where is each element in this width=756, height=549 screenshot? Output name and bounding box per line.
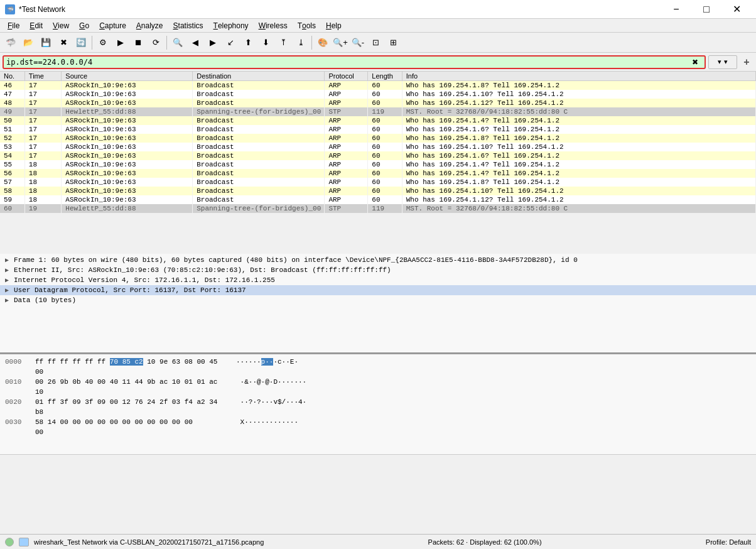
packet-no: 58 bbox=[0, 187, 24, 195]
close-file-button[interactable]: ✖ bbox=[55, 35, 72, 51]
packet-len: 60 bbox=[368, 90, 402, 99]
packet-src: ASRockIn_10:9e:63 bbox=[62, 90, 193, 99]
menu-go[interactable]: Go bbox=[74, 19, 94, 33]
table-row[interactable]: 5217ASRockIn_10:9e:63BroadcastARP60Who h… bbox=[0, 134, 756, 143]
col-header-time[interactable]: Time bbox=[24, 72, 62, 81]
detail-row-data[interactable]: ▶ Data (10 bytes) bbox=[0, 295, 756, 305]
find-button[interactable]: 🔍 bbox=[170, 35, 186, 51]
packet-info: Who has 169.254.1.4? Tell 169.254.1.2 bbox=[402, 160, 755, 169]
expand-arrow-ethernet: ▶ bbox=[5, 266, 11, 274]
col-header-destination[interactable]: Destination bbox=[193, 72, 325, 81]
first-packet-button[interactable]: ⤒ bbox=[275, 35, 291, 51]
col-header-no[interactable]: No. bbox=[0, 72, 24, 81]
menu-statistics[interactable]: Statistics bbox=[168, 19, 208, 33]
menu-telephony[interactable]: Telephony bbox=[208, 19, 254, 33]
status-left: wireshark_Test Network via C-USBLAN_2020… bbox=[5, 538, 264, 546]
table-row[interactable]: 5718ASRockIn_10:9e:63BroadcastARP60Who h… bbox=[0, 178, 756, 187]
next-packet-button[interactable]: ⬇ bbox=[257, 35, 274, 51]
filter-dropdown-button[interactable]: ▾ ▾ bbox=[708, 55, 737, 69]
table-row[interactable]: 5017ASRockIn_10:9e:63BroadcastARP60Who h… bbox=[0, 116, 756, 125]
packet-time: 18 bbox=[24, 178, 62, 187]
menu-edit[interactable]: Edit bbox=[24, 19, 48, 33]
colorize-button[interactable]: 🎨 bbox=[315, 35, 331, 51]
resize-columns-button[interactable]: ⊞ bbox=[385, 35, 401, 51]
packet-len: 60 bbox=[368, 195, 402, 204]
status-packets: Packets: 62 · Displayed: 62 (100.0%) bbox=[428, 538, 542, 546]
table-row[interactable]: 5818ASRockIn_10:9e:63BroadcastARP60Who h… bbox=[0, 187, 756, 195]
capture-options-button[interactable]: ⚙ bbox=[95, 35, 111, 51]
table-row[interactable]: 4717ASRockIn_10:9e:63BroadcastARP60Who h… bbox=[0, 90, 756, 99]
menu-help[interactable]: Help bbox=[321, 19, 347, 33]
restart-capture-button[interactable]: ⟳ bbox=[148, 35, 164, 51]
reload-button[interactable]: 🔄 bbox=[73, 35, 89, 51]
hex-bytes-0030: 58 14 00 00 00 00 00 00 00 00 00 00 00 0… bbox=[35, 417, 236, 437]
table-row[interactable]: 5518ASRockIn_10:9e:63BroadcastARP60Who h… bbox=[0, 160, 756, 169]
detail-row-ethernet[interactable]: ▶ Ethernet II, Src: ASRockIn_10:9e:63 (7… bbox=[0, 265, 756, 275]
detail-row-ip[interactable]: ▶ Internet Protocol Version 4, Src: 172.… bbox=[0, 275, 756, 285]
menu-file[interactable]: File bbox=[3, 19, 24, 33]
table-row[interactable]: 5317ASRockIn_10:9e:63BroadcastARP60Who h… bbox=[0, 143, 756, 151]
hex-offset-0020: 0020 bbox=[5, 397, 35, 417]
title-bar-controls: − □ ✕ bbox=[662, 0, 751, 19]
close-button[interactable]: ✕ bbox=[722, 0, 751, 19]
table-row[interactable]: 6019HewlettP_55:dd:88Spanning-tree-(for-… bbox=[0, 204, 756, 213]
table-row[interactable]: 5618ASRockIn_10:9e:63BroadcastARP60Who h… bbox=[0, 169, 756, 178]
minimize-button[interactable]: − bbox=[662, 0, 691, 19]
packet-proto: ARP bbox=[325, 143, 368, 151]
menu-tools[interactable]: Tools bbox=[293, 19, 321, 33]
filter-clear-button[interactable]: ✖ bbox=[688, 55, 702, 69]
title-bar: 🦈 *Test Network − □ ✕ bbox=[0, 0, 756, 19]
packet-src: ASRockIn_10:9e:63 bbox=[62, 116, 193, 125]
expand-arrow-udp: ▶ bbox=[5, 286, 11, 294]
menu-analyze[interactable]: Analyze bbox=[131, 19, 168, 33]
col-header-info[interactable]: Info bbox=[402, 72, 755, 81]
packet-list-scroll[interactable]: No. Time Source Destination Protocol Len… bbox=[0, 72, 756, 254]
zoom-out-button[interactable]: 🔍- bbox=[350, 35, 366, 51]
prev-packet-button[interactable]: ⬆ bbox=[240, 35, 256, 51]
packet-dst: Spanning-tree-(for-bridges)_00 bbox=[193, 204, 325, 213]
col-header-length[interactable]: Length bbox=[368, 72, 402, 81]
packet-no: 53 bbox=[0, 143, 24, 151]
table-row[interactable]: 5117ASRockIn_10:9e:63BroadcastARP60Who h… bbox=[0, 125, 756, 134]
detail-row-frame[interactable]: ▶ Frame 1: 60 bytes on wire (480 bits), … bbox=[0, 255, 756, 265]
packet-proto: STP bbox=[325, 204, 368, 213]
open-button[interactable]: 📂 bbox=[20, 35, 36, 51]
expand-arrow-data: ▶ bbox=[5, 296, 11, 304]
start-capture-button[interactable]: ▶ bbox=[112, 35, 129, 51]
packet-no: 57 bbox=[0, 178, 24, 187]
packet-info: Who has 169.254.1.10? Tell 169.254.1.2 bbox=[402, 187, 755, 195]
packet-proto: ARP bbox=[325, 160, 368, 169]
table-row[interactable]: 5918ASRockIn_10:9e:63BroadcastARP60Who h… bbox=[0, 195, 756, 204]
save-button[interactable]: 💾 bbox=[38, 35, 54, 51]
goto-button[interactable]: ↙ bbox=[222, 35, 239, 51]
expand-arrow-frame: ▶ bbox=[5, 256, 11, 264]
packet-tbody: 4617ASRockIn_10:9e:63BroadcastARP60Who h… bbox=[0, 81, 756, 214]
table-row[interactable]: 4617ASRockIn_10:9e:63BroadcastARP60Who h… bbox=[0, 81, 756, 90]
menu-view[interactable]: View bbox=[48, 19, 74, 33]
detail-row-udp[interactable]: ▶ User Datagram Protocol, Src Port: 1613… bbox=[0, 285, 756, 295]
table-row[interactable]: 4817ASRockIn_10:9e:63BroadcastARP60Who h… bbox=[0, 99, 756, 107]
filter-input[interactable] bbox=[6, 58, 688, 67]
packet-time: 17 bbox=[24, 151, 62, 160]
back-button[interactable]: ◀ bbox=[187, 35, 203, 51]
new-capture-button[interactable]: 🦈 bbox=[3, 35, 19, 51]
title-bar-left: 🦈 *Test Network bbox=[5, 4, 65, 14]
zoom-in-button[interactable]: 🔍+ bbox=[332, 35, 348, 51]
col-header-protocol[interactable]: Protocol bbox=[325, 72, 368, 81]
filter-add-button[interactable]: + bbox=[740, 55, 753, 69]
col-header-source[interactable]: Source bbox=[62, 72, 193, 81]
toolbar: 🦈 📂 💾 ✖ 🔄 ⚙ ▶ ⏹ ⟳ 🔍 ◀ ▶ ↙ ⬆ ⬇ ⤒ ⤓ 🎨 🔍+ 🔍… bbox=[0, 33, 756, 53]
table-row[interactable]: 5417ASRockIn_10:9e:63BroadcastARP60Who h… bbox=[0, 151, 756, 160]
menu-wireless[interactable]: Wireless bbox=[254, 19, 293, 33]
maximize-button[interactable]: □ bbox=[692, 0, 721, 19]
last-packet-button[interactable]: ⤓ bbox=[293, 35, 309, 51]
packet-info: Who has 169.254.1.4? Tell 169.254.1.2 bbox=[402, 116, 755, 125]
menu-capture[interactable]: Capture bbox=[94, 19, 131, 33]
forward-button[interactable]: ▶ bbox=[205, 35, 221, 51]
hex-offset-0010: 0010 bbox=[5, 377, 35, 397]
packet-src: ASRockIn_10:9e:63 bbox=[62, 187, 193, 195]
stop-capture-button[interactable]: ⏹ bbox=[130, 35, 146, 51]
zoom-normal-button[interactable]: ⊡ bbox=[367, 35, 384, 51]
packet-len: 60 bbox=[368, 178, 402, 187]
table-row[interactable]: 4917HewlettP_55:dd:88Spanning-tree-(for-… bbox=[0, 107, 756, 116]
